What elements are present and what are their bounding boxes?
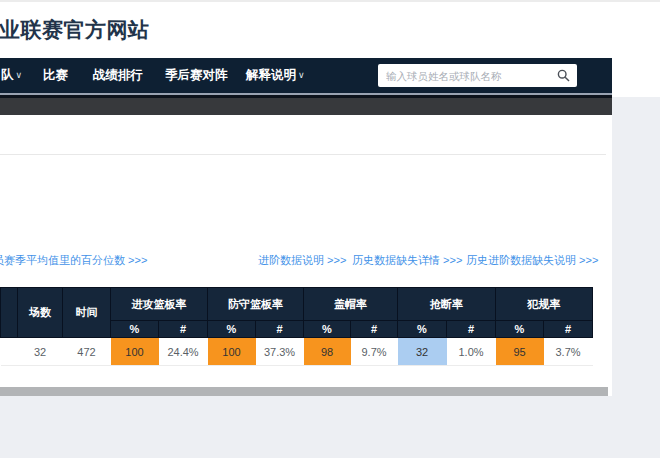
header-offensive-rebound-rate: 进攻篮板率 (111, 288, 208, 321)
cell-foul-pct: 95 (496, 338, 544, 366)
nav-item-teams[interactable]: 队∨ (1, 58, 22, 93)
header-steal-rate: 抢断率 (398, 288, 496, 321)
cell-steal-pct: 32 (398, 338, 447, 366)
nav-item-standings[interactable]: 战绩排行 (93, 58, 143, 93)
cell-steal-num: 1.0% (447, 338, 496, 366)
header-blank (1, 288, 18, 338)
page: 业联赛官方网站 队∨ 比赛 战绩排行 季后赛对阵 解释说明∨ 员赛季平均值里的百… (0, 0, 660, 458)
link-season-percentile[interactable]: 员赛季平均值里的百分位数 >>> (0, 253, 147, 268)
header-block-rate: 盖帽率 (304, 288, 398, 321)
header-foul-rate: 犯规率 (496, 288, 593, 321)
link-advanced-data-info[interactable]: 进阶数据说明 >>> (258, 253, 346, 268)
search-icon[interactable] (557, 69, 570, 82)
cell-block-pct: 98 (304, 338, 351, 366)
cell-orb-pct: 100 (111, 338, 159, 366)
subheader-pct: % (208, 321, 256, 338)
content-divider-line (0, 154, 606, 155)
site-title: 业联赛官方网站 (0, 16, 150, 44)
player-stats-table: 场数 时间 进攻篮板率 防守篮板率 盖帽率 抢断率 犯规率 % # % # % … (0, 287, 593, 366)
subheader-pct: % (496, 321, 544, 338)
cell-foul-num: 3.7% (544, 338, 593, 366)
cell-drb-pct: 100 (208, 338, 256, 366)
cell-time: 472 (63, 338, 111, 366)
subheader-pct: % (304, 321, 351, 338)
page-background-bottom (0, 396, 612, 458)
top-border-line (0, 0, 660, 2)
subheader-pct: % (111, 321, 159, 338)
search-box (378, 64, 577, 87)
cell-games: 32 (18, 338, 63, 366)
link-history-missing-details[interactable]: 历史数据缺失详情 >>> (352, 253, 462, 268)
link-history-advanced-missing[interactable]: 历史进阶数据缺失说明 >>> (466, 253, 598, 268)
cell-drb-num: 37.3% (256, 338, 304, 366)
nav-item-playoff-bracket[interactable]: 季后赛对阵 (165, 58, 228, 93)
search-input[interactable] (378, 64, 577, 87)
subheader-num: # (447, 321, 496, 338)
header-games: 场数 (18, 288, 63, 338)
subheader-num: # (159, 321, 208, 338)
chevron-down-icon: ∨ (16, 58, 23, 93)
data-links-row: 员赛季平均值里的百分位数 >>> 进阶数据说明 >>> 历史数据缺失详情 >>>… (0, 253, 612, 269)
header-time: 时间 (63, 288, 111, 338)
main-navbar: 队∨ 比赛 战绩排行 季后赛对阵 解释说明∨ (0, 58, 612, 93)
cell-orb-num: 24.4% (159, 338, 208, 366)
nav-item-games[interactable]: 比赛 (43, 58, 68, 93)
horizontal-scrollbar[interactable] (0, 387, 608, 396)
subheader-pct: % (398, 321, 447, 338)
header-defensive-rebound-rate: 防守篮板率 (208, 288, 304, 321)
subheader-num: # (351, 321, 398, 338)
charcoal-bar (0, 98, 612, 115)
nav-item-explanations[interactable]: 解释说明∨ (246, 58, 305, 93)
cell-blank (1, 338, 18, 366)
cell-block-num: 9.7% (351, 338, 398, 366)
page-background-right (612, 97, 660, 458)
subheader-num: # (544, 321, 593, 338)
chevron-down-icon: ∨ (298, 58, 305, 93)
table-row: 32 472 100 24.4% 100 37.3% 98 9.7% 32 1.… (1, 338, 593, 366)
subheader-num: # (256, 321, 304, 338)
